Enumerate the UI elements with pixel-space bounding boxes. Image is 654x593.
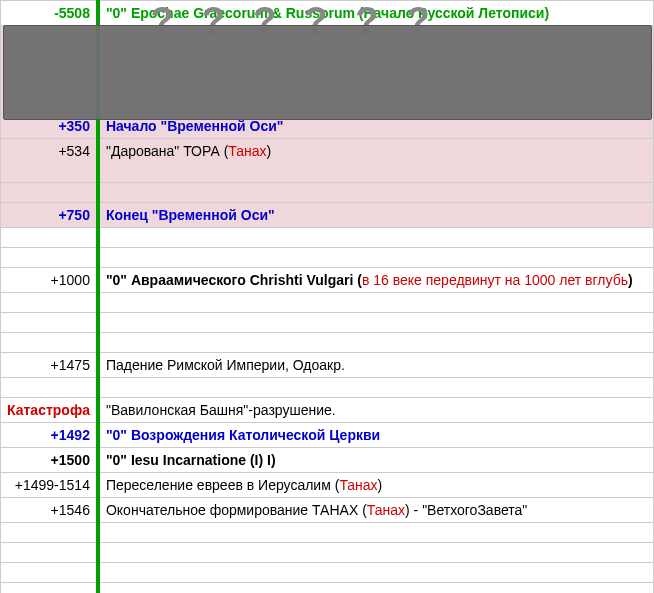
content-cell bbox=[98, 543, 654, 563]
table-row bbox=[1, 293, 654, 313]
year-cell bbox=[1, 378, 98, 398]
content-cell bbox=[98, 248, 654, 268]
table-row: +1500"0" Iesu Incarnatione (I) I) bbox=[1, 448, 654, 473]
content-cell: "Вавилонская Башня"-разрушение. bbox=[98, 398, 654, 423]
year-cell: -5508 bbox=[1, 1, 98, 26]
table-row: +1000"0" Авраамического Chrishti Vulgari… bbox=[1, 268, 654, 293]
table-row: +534"Дарована" ТОРА (Танах) bbox=[1, 139, 654, 183]
table-row bbox=[1, 333, 654, 353]
content-cell bbox=[98, 523, 654, 543]
year-cell: +1546 bbox=[1, 498, 98, 523]
table-row bbox=[1, 523, 654, 543]
year-cell bbox=[1, 563, 98, 583]
content-cell bbox=[98, 228, 654, 248]
year-cell: +1499-1514 bbox=[1, 473, 98, 498]
content-cell: "0" Авраамического Chrishti Vulgari (в 1… bbox=[98, 268, 654, 293]
table-row bbox=[1, 583, 654, 594]
content-cell: Конец "Временной Оси" bbox=[98, 203, 654, 228]
table-row: Катастрофа"Вавилонская Башня"-разрушение… bbox=[1, 398, 654, 423]
table-row bbox=[1, 228, 654, 248]
content-cell bbox=[98, 293, 654, 313]
year-cell bbox=[1, 333, 98, 353]
table-row: +750Конец "Временной Оси" bbox=[1, 203, 654, 228]
table-row: +1546Окончательное формирование ТАНАХ (Т… bbox=[1, 498, 654, 523]
table-row bbox=[1, 313, 654, 333]
table-row: +1499-1514Переселение евреев в Иерусалим… bbox=[1, 473, 654, 498]
content-cell bbox=[98, 183, 654, 203]
table-row bbox=[1, 378, 654, 398]
year-cell: +1500 bbox=[1, 448, 98, 473]
content-cell: Окончательное формирование ТАНАХ (Танах)… bbox=[98, 498, 654, 523]
year-cell bbox=[1, 313, 98, 333]
year-cell bbox=[1, 183, 98, 203]
content-cell bbox=[98, 563, 654, 583]
year-cell bbox=[1, 248, 98, 268]
content-cell bbox=[98, 378, 654, 398]
table-row bbox=[1, 248, 654, 268]
table-row: +1475Падение Римской Империи, Одоакр. bbox=[1, 353, 654, 378]
year-cell: +750 bbox=[1, 203, 98, 228]
year-cell: +1492 bbox=[1, 423, 98, 448]
grey-block-overlay bbox=[3, 25, 652, 120]
content-cell: "0" Epochae Graecorum & Russorum (Начало… bbox=[98, 1, 654, 26]
content-cell: Переселение евреев в Иерусалим (Танах) bbox=[98, 473, 654, 498]
content-cell: "0" Возрождения Католической Церкви bbox=[98, 423, 654, 448]
year-cell: +1000 bbox=[1, 268, 98, 293]
content-cell: Падение Римской Империи, Одоакр. bbox=[98, 353, 654, 378]
year-cell bbox=[1, 543, 98, 563]
content-cell bbox=[98, 313, 654, 333]
year-cell: +534 bbox=[1, 139, 98, 183]
table-row: -5508"0" Epochae Graecorum & Russorum (Н… bbox=[1, 1, 654, 26]
content-cell: "Дарована" ТОРА (Танах) bbox=[98, 139, 654, 183]
content-cell: "0" Iesu Incarnatione (I) I) bbox=[98, 448, 654, 473]
year-cell bbox=[1, 583, 98, 594]
year-cell: Катастрофа bbox=[1, 398, 98, 423]
table-row bbox=[1, 543, 654, 563]
year-cell: +1475 bbox=[1, 353, 98, 378]
year-cell bbox=[1, 293, 98, 313]
table-row: +1492"0" Возрождения Католической Церкви bbox=[1, 423, 654, 448]
content-cell bbox=[98, 583, 654, 594]
year-cell bbox=[1, 228, 98, 248]
table-row bbox=[1, 183, 654, 203]
year-cell bbox=[1, 523, 98, 543]
timeline-table: ?????? -5508"0" Epochae Graecorum & Russ… bbox=[0, 0, 654, 593]
content-cell bbox=[98, 333, 654, 353]
table-row bbox=[1, 563, 654, 583]
